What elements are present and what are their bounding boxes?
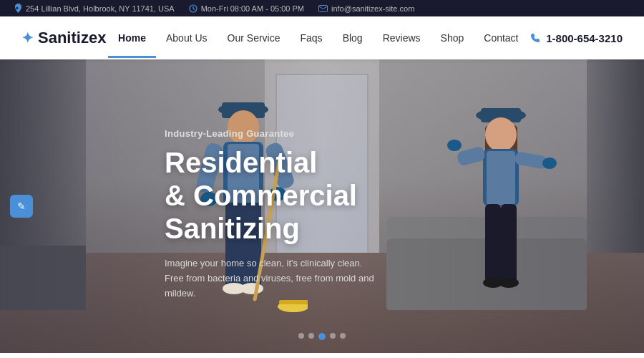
nav-contact[interactable]: Contact — [474, 18, 528, 58]
header: ✦ Sanitizex Home About Us Our Service Fa… — [0, 16, 644, 59]
dot-5[interactable] — [340, 333, 346, 339]
nav-about[interactable]: About Us — [156, 18, 218, 58]
svg-point-27 — [542, 158, 557, 169]
topbar-hours: Mon-Fri 08:00 AM - 05:00 PM — [189, 4, 304, 13]
topbar-email: info@sanitizex-site.com — [318, 4, 414, 13]
logo-text: Sanitizex — [38, 29, 106, 47]
nav-shop[interactable]: Shop — [431, 18, 474, 58]
topbar-address: 254 Lillian Blvd, Holbrook, NY 11741, US… — [14, 4, 175, 13]
logo[interactable]: ✦ Sanitizex — [21, 29, 106, 47]
hero-title-line2: & Commercial Sanitizing — [165, 180, 357, 244]
dot-4[interactable] — [330, 333, 336, 339]
svg-rect-29 — [501, 204, 517, 283]
nav-reviews[interactable]: Reviews — [373, 18, 431, 58]
topbar: 254 Lillian Blvd, Holbrook, NY 11741, US… — [0, 0, 644, 16]
svg-rect-23 — [487, 151, 515, 205]
dot-3[interactable] — [318, 333, 326, 340]
svg-point-21 — [485, 117, 517, 152]
hero-section: ✎ Industry-Leading Guarantee Residential… — [0, 59, 644, 353]
phone-icon — [530, 33, 540, 43]
hero-pagination — [298, 333, 346, 340]
hero-title-line1: Residential — [165, 147, 317, 178]
nav-blog[interactable]: Blog — [333, 18, 373, 58]
logo-icon: ✦ — [21, 29, 34, 47]
main-nav: Home About Us Our Service Faqs Blog Revi… — [108, 18, 528, 58]
phone-number[interactable]: 1-800-654-3210 — [530, 32, 623, 44]
hero-tagline: Industry-Leading Guarantee — [165, 128, 479, 139]
nav-home[interactable]: Home — [108, 18, 156, 58]
svg-point-31 — [499, 278, 519, 288]
hero-content: Industry-Leading Guarantee Residential &… — [165, 128, 479, 301]
location-icon — [14, 4, 22, 13]
edit-button[interactable]: ✎ — [10, 195, 33, 218]
dot-1[interactable] — [298, 333, 304, 339]
hero-title: Residential & Commercial Sanitizing — [165, 146, 479, 245]
dot-2[interactable] — [308, 333, 314, 339]
svg-rect-28 — [485, 204, 501, 283]
clock-icon — [189, 4, 197, 13]
nav-faqs[interactable]: Faqs — [291, 18, 333, 58]
email-icon — [318, 5, 328, 12]
svg-rect-25 — [514, 151, 547, 170]
hero-description: Imagine your home so clean, it's clinica… — [165, 256, 379, 301]
nav-service[interactable]: Our Service — [218, 18, 291, 58]
